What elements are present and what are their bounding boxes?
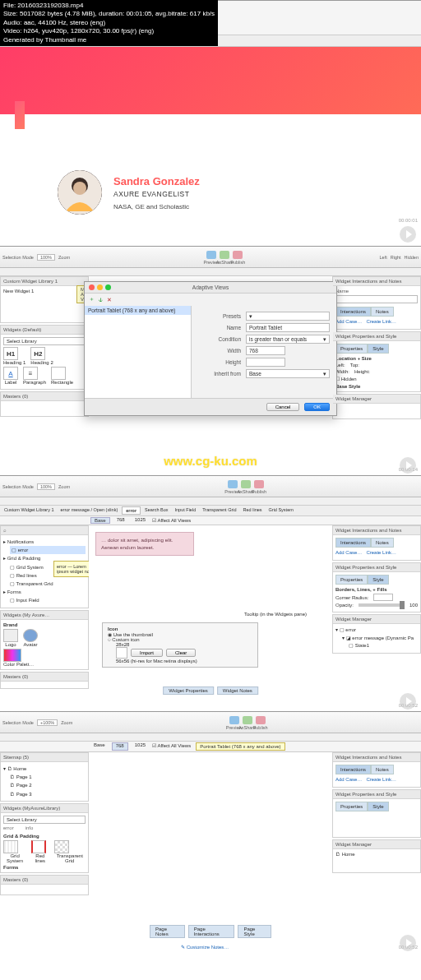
tab-widget-notes[interactable]: Widget Notes (217, 686, 258, 695)
zoom-value[interactable]: 100% (37, 254, 55, 261)
zoom-value[interactable]: 100% (37, 483, 55, 490)
axshare-button[interactable]: AxShare (242, 715, 253, 730)
create-link[interactable]: Create Link… (366, 319, 396, 324)
rectangle-widget[interactable] (51, 367, 66, 380)
view-768[interactable]: 768 (112, 742, 128, 751)
add-case-link[interactable]: Add Case… (335, 777, 362, 782)
tab-interactions[interactable]: Interactions (335, 538, 371, 548)
avatar-widget[interactable] (23, 629, 38, 642)
tab[interactable]: Grid System (266, 506, 296, 515)
create-link[interactable]: Create Link… (366, 550, 396, 555)
add-case-link[interactable]: Add Case… (335, 319, 362, 324)
canvas[interactable]: … dolor sit amet, adipiscing elit. Aenea… (89, 525, 332, 711)
width-field[interactable]: 768 (246, 346, 285, 355)
tab[interactable]: Input Field (173, 506, 199, 515)
filter-info[interactable]: info (25, 825, 34, 830)
add-view-icon[interactable]: ＋ (89, 296, 95, 303)
tab[interactable]: Transparent Grid (200, 506, 238, 515)
paragraph-widget[interactable]: ≡ (23, 367, 38, 380)
hidden-toggle[interactable]: Hidden (405, 255, 419, 260)
cancel-button[interactable]: Cancel (266, 403, 300, 411)
play-icon[interactable] (400, 693, 416, 710)
opacity-slider[interactable] (359, 603, 405, 607)
affect-all-checkbox[interactable]: ☑ Affect All Views (152, 742, 191, 751)
widget-item[interactable]: New Widget 1 (3, 289, 34, 294)
height-field[interactable] (246, 358, 285, 367)
transparent-grid-widget[interactable] (54, 840, 69, 853)
page-2[interactable]: 🗋 Page 2 (10, 781, 86, 789)
publish-button[interactable]: Publish (232, 250, 243, 265)
red-lines-widget[interactable] (31, 840, 46, 853)
presets-select[interactable]: ▾ (246, 312, 330, 321)
play-icon[interactable] (400, 457, 416, 474)
view-1025[interactable]: 1025 (132, 742, 149, 751)
publish-button[interactable]: Publish (255, 715, 266, 730)
views-list[interactable]: Portrait Tablet (768 x any and above) (85, 306, 192, 398)
tab-interactions[interactable]: Interactions (335, 765, 371, 774)
hidden-checkbox[interactable]: ☐ Hidden (335, 376, 418, 381)
tab-notes[interactable]: Notes (371, 765, 394, 774)
tab-properties[interactable]: Properties (335, 575, 368, 585)
ok-button[interactable]: OK (304, 403, 330, 411)
tab-style[interactable]: Style (368, 802, 388, 811)
use-thumbnail-radio[interactable]: ◉ Use the thumbnail (108, 631, 252, 637)
tab-properties[interactable]: Properties (335, 344, 368, 354)
wm-state1[interactable]: ▢ State1 (349, 642, 418, 650)
view-base[interactable]: Base (90, 742, 109, 751)
align-left[interactable]: Left (380, 255, 387, 260)
wm-error-msg[interactable]: ▾ ◪ error message (Dynamic Pa (342, 635, 418, 643)
selection-mode[interactable]: Selection Mode (2, 720, 34, 725)
tab-error[interactable]: error (122, 506, 141, 515)
create-link[interactable]: Create Link… (366, 777, 396, 782)
tab-page-interactions[interactable]: Page Interactions (188, 925, 235, 938)
delete-view-icon[interactable]: ✕ (107, 297, 112, 303)
selection-mode[interactable]: Selection Mode (2, 484, 34, 489)
view-1025[interactable]: 1025 (132, 517, 149, 524)
play-icon[interactable] (400, 226, 416, 243)
page-3[interactable]: 🗋 Page 3 (10, 790, 86, 798)
zoom-value[interactable]: +100% (37, 719, 58, 726)
tab-style[interactable]: Style (368, 344, 388, 354)
axshare-button[interactable]: AxShare (219, 250, 230, 265)
select-library[interactable]: Select Library (3, 337, 86, 345)
tab-page-style[interactable]: Page Style (238, 925, 271, 938)
palette-widget[interactable] (3, 649, 21, 662)
library-tab[interactable]: Custom Widget Library 1 (2, 506, 57, 515)
play-icon[interactable] (400, 935, 416, 951)
widget-name-field[interactable] (335, 295, 418, 303)
duplicate-view-icon[interactable]: ⫝ (98, 297, 104, 303)
tab-interactions[interactable]: Interactions (335, 307, 371, 317)
import-button[interactable]: Import (131, 649, 163, 657)
tab-properties[interactable]: Properties (335, 802, 368, 811)
page-home[interactable]: ▾ 🗋 Home (3, 765, 86, 773)
select-library[interactable]: Select Library (3, 816, 86, 824)
clear-button[interactable]: Clear (166, 649, 196, 657)
corner-radius-field[interactable] (373, 594, 393, 601)
tree-forms[interactable]: Forms (3, 588, 86, 596)
tree-notifications[interactable]: Notifications (3, 538, 86, 546)
name-field[interactable]: Portrait Tablet (246, 323, 330, 332)
align-right[interactable]: Right (391, 255, 401, 260)
logo-widget[interactable] (3, 629, 18, 642)
tab-style[interactable]: Style (368, 575, 388, 585)
wm-error[interactable]: ▾ ▢ error (335, 626, 418, 635)
customize-notes-link[interactable]: ✎ Customize Notes… (181, 944, 229, 950)
h2-widget[interactable]: H2 (30, 347, 45, 360)
grid-system-widget[interactable] (3, 840, 18, 853)
tab-notes[interactable]: Notes (371, 307, 394, 317)
condition-select[interactable]: is greater than or equals▾ (246, 335, 330, 344)
view-base[interactable]: Base (90, 517, 110, 524)
tab-notes[interactable]: Notes (371, 538, 394, 548)
affect-all-checkbox[interactable]: ☑ Affect All Views (152, 517, 191, 524)
label-widget[interactable]: A (3, 367, 18, 380)
inherit-select[interactable]: Base▾ (246, 369, 330, 378)
tab-widget-properties[interactable]: Widget Properties (163, 686, 214, 695)
canvas[interactable]: Page Notes Page Interactions Page Style … (89, 752, 332, 953)
axshare-button[interactable]: AxShare (240, 479, 252, 494)
tab-page-notes[interactable]: Page Notes (150, 925, 185, 938)
error-card[interactable]: … dolor sit amet, adipiscing elit. Aenea… (95, 532, 194, 556)
filter-error[interactable]: error (3, 825, 14, 830)
tree-error[interactable]: ▢ error (10, 546, 86, 554)
canvas[interactable]: Adaptive Views ＋ ⫝ ✕ Portrait Tablet (76… (89, 276, 332, 475)
selection-mode[interactable]: Selection Mode (2, 255, 34, 260)
